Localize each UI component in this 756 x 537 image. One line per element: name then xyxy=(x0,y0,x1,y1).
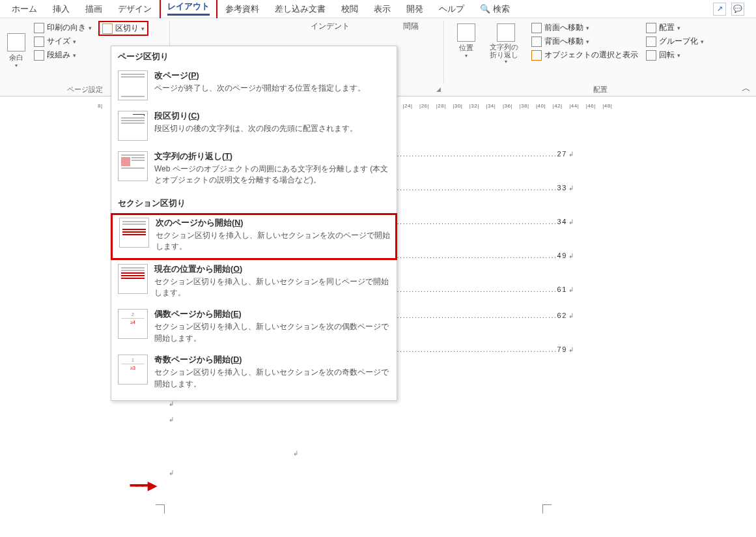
dd-item-even-page[interactable]: 2 ≥4 偶数ページから開始(E) セクション区切りを挿入し、新しいセクションを… xyxy=(111,305,397,351)
ribbon-tabs: ホーム 挿入 描画 デザイン レイアウト 参考資料 差し込み文書 校閲 表示 開… xyxy=(0,0,756,18)
dd-item-page-break[interactable]: 改ページ(P) ページが終了し、次のページが開始する位置を指定します。 xyxy=(111,66,397,107)
next-page-icon xyxy=(119,218,149,248)
collapse-ribbon-button[interactable]: ︿ xyxy=(742,83,751,94)
dd-header-section-breaks: セクション区切り xyxy=(111,193,397,213)
text-wrap-icon xyxy=(118,151,148,181)
search-icon: 🔍 xyxy=(480,4,490,14)
tab-home[interactable]: ホーム xyxy=(4,1,45,18)
paragraph-mark: ↲ xyxy=(153,416,609,431)
page-break-desc: ページが終了し、次のページが開始する位置を指定します。 xyxy=(154,83,390,94)
page-break-title: 改ページ(P) xyxy=(154,70,390,81)
dd-item-next-page[interactable]: 次のページから開始(N) セクション区切りを挿入し、新しいセクションを次のページ… xyxy=(111,213,397,260)
selection-pane-button[interactable]: オブジェクトの選択と表示 xyxy=(529,48,641,62)
group-arrange-label: 配置 xyxy=(444,85,756,94)
size-button[interactable]: サイズ xyxy=(31,35,94,48)
next-page-desc: セクション区切りを挿入し、新しいセクションを次のページで開始します。 xyxy=(156,230,390,253)
bring-forward-label: 前面へ移動 xyxy=(544,22,583,33)
even-page-icon: 2 ≥4 xyxy=(118,309,148,339)
continuous-desc: セクション区切りを挿入し、新しいセクションを同じページで開始します。 xyxy=(154,276,390,299)
odd-page-title: 奇数ページから開始(D) xyxy=(154,355,390,366)
columns-label: 段組み xyxy=(47,50,70,61)
group-icon xyxy=(646,36,656,47)
align-icon xyxy=(646,23,656,33)
dd-item-column-break[interactable]: 段区切り(C) 段区切りの後の文字列は、次の段の先頭に配置されます。 xyxy=(111,107,397,147)
tab-mailings[interactable]: 差し込み文書 xyxy=(267,1,333,18)
group-arrange: 位置 ▾ 文字列の折り返し ▾ 前面へ移動 背面へ移動 オブジ xyxy=(444,18,756,96)
paragraph-mark xyxy=(153,431,609,450)
tab-help[interactable]: ヘルプ xyxy=(431,1,472,18)
text-wrap-title: 文字列の折り返し(T) xyxy=(154,151,390,162)
column-break-title: 段区切り(C) xyxy=(154,111,390,122)
paragraph-mark: ↲ xyxy=(153,400,609,416)
continuous-icon xyxy=(118,264,148,294)
tab-review[interactable]: 校閲 xyxy=(333,1,366,18)
tab-draw[interactable]: 描画 xyxy=(77,1,110,18)
columns-icon xyxy=(34,50,44,61)
breaks-icon xyxy=(102,23,113,34)
dd-item-continuous[interactable]: 現在の位置から開始(O) セクション区切りを挿入し、新しいセクションを同じページ… xyxy=(111,260,397,306)
rotate-button[interactable]: 回転 xyxy=(643,48,707,62)
dd-header-page-breaks: ページ区切り xyxy=(111,46,397,66)
breaks-label: 区切り xyxy=(115,23,139,34)
wrap-text-icon xyxy=(497,23,515,42)
tab-references[interactable]: 参考資料 xyxy=(217,1,267,18)
columns-button[interactable]: 段組み xyxy=(31,48,94,62)
share-icon[interactable]: ↗ xyxy=(713,3,726,16)
send-backward-button[interactable]: 背面へ移動 xyxy=(529,35,641,48)
column-break-desc: 段区切りの後の文字列は、次の段の先頭に配置されます。 xyxy=(154,123,390,134)
orientation-label: 印刷の向き xyxy=(47,22,86,33)
position-icon xyxy=(457,23,475,42)
odd-page-icon: 1 ≥3 xyxy=(118,355,148,385)
selection-pane-label: オブジェクトの選択と表示 xyxy=(544,50,638,61)
position-button[interactable]: 位置 ▾ xyxy=(449,21,483,61)
margins-icon xyxy=(7,33,25,51)
paragraph-icon xyxy=(266,21,283,40)
dd-item-odd-page[interactable]: 1 ≥3 奇数ページから開始(D) セクション区切りを挿入し、新しいセクションを… xyxy=(111,351,397,396)
group-button[interactable]: グループ化 xyxy=(643,35,707,48)
page-corner-mark xyxy=(542,504,552,514)
margins-button[interactable]: 余白 ▾ xyxy=(5,21,27,81)
tab-layout[interactable]: レイアウト xyxy=(160,0,217,20)
page-break-icon xyxy=(118,70,148,100)
tab-search[interactable]: 🔍 検索 xyxy=(472,1,518,18)
page-corner-mark xyxy=(156,504,165,514)
tab-view[interactable]: 表示 xyxy=(366,1,399,18)
position-label: 位置 xyxy=(459,43,473,53)
bring-forward-button[interactable]: 前面へ移動 xyxy=(529,21,641,35)
send-backward-icon xyxy=(531,36,542,47)
size-label: サイズ xyxy=(47,36,70,47)
next-page-title: 次のページから開始(N) xyxy=(156,218,390,229)
continuous-title: 現在の位置から開始(O) xyxy=(154,264,390,275)
align-button[interactable]: 配置 xyxy=(643,21,707,35)
tab-developer[interactable]: 開発 xyxy=(399,1,431,18)
tab-design[interactable]: デザイン xyxy=(110,1,160,18)
bring-forward-icon xyxy=(531,23,542,33)
margins-label: 余白 xyxy=(9,53,23,63)
comments-icon[interactable]: 💬 xyxy=(731,3,744,16)
annotation-arrow-icon: ━━━▶ xyxy=(130,478,156,493)
send-backward-label: 背面へ移動 xyxy=(544,36,583,47)
column-break-icon xyxy=(118,111,148,141)
selection-pane-icon xyxy=(531,50,542,61)
size-icon xyxy=(34,36,44,47)
wrap-text-button[interactable]: 文字列の折り返し ▾ xyxy=(486,21,526,67)
align-label: 配置 xyxy=(659,22,675,33)
orientation-icon xyxy=(34,23,44,33)
wrap-text-label: 文字列の折り返し xyxy=(490,43,522,59)
dd-item-text-wrap[interactable]: 文字列の折り返し(T) Web ページのオブジェクトの周囲にある文字列を分離しま… xyxy=(111,147,397,193)
rotate-label: 回転 xyxy=(659,50,675,61)
rotate-icon xyxy=(646,50,656,61)
indent-header: インデント xyxy=(311,21,350,34)
even-page-title: 偶数ページから開始(E) xyxy=(154,309,390,320)
paragraph-launcher[interactable]: ◢ xyxy=(434,85,442,93)
group-label: グループ化 xyxy=(659,36,698,47)
text-wrap-desc: Web ページのオブジェクトの周囲にある文字列を分離します (本文とオブジェクト… xyxy=(154,164,390,186)
tab-insert[interactable]: 挿入 xyxy=(45,1,77,18)
odd-page-desc: セクション区切りを挿入し、新しいセクションを次の奇数ページで開始します。 xyxy=(154,367,390,390)
breaks-dropdown: ページ区切り 改ページ(P) ページが終了し、次のページが開始する位置を指定しま… xyxy=(111,46,397,401)
search-label: 検索 xyxy=(493,4,510,14)
orientation-button[interactable]: 印刷の向き xyxy=(31,21,94,35)
paragraph-mark: ↲ xyxy=(293,450,298,457)
paragraph-mark: ↲ xyxy=(153,469,609,485)
breaks-button[interactable]: 区切り xyxy=(98,21,148,36)
